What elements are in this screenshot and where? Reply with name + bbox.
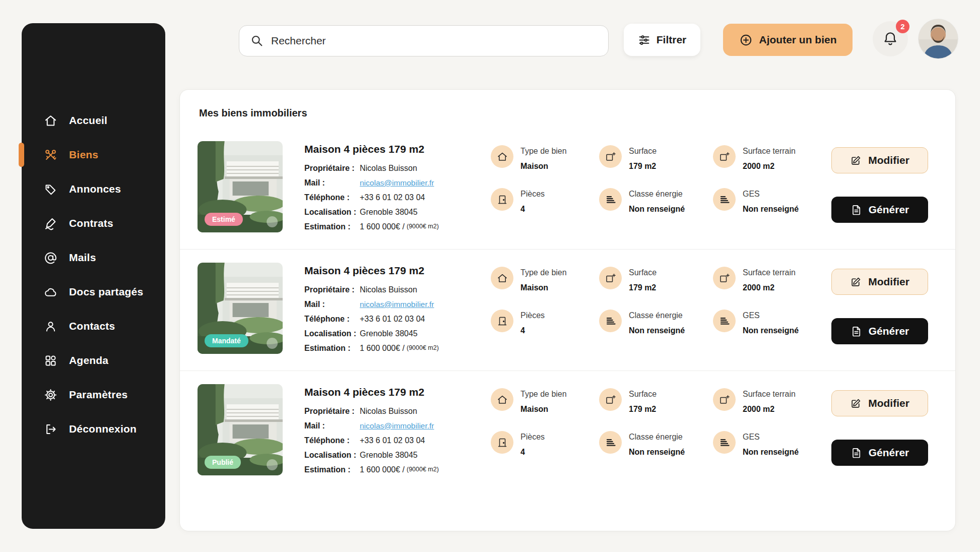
sidebar-item-deconnexion[interactable]: Déconnexion <box>22 412 165 446</box>
sidebar-item-label: Déconnexion <box>69 423 137 435</box>
property-thumbnail[interactable]: Publié <box>198 384 283 475</box>
attr-label: GES <box>743 311 799 320</box>
sidebar-item-contrats[interactable]: Contrats <box>22 206 165 240</box>
mail-label: Mail : <box>304 297 360 312</box>
attr-value: 4 <box>520 326 545 335</box>
attr-value: 179 m2 <box>629 283 657 292</box>
search-icon <box>250 34 264 47</box>
attr-label: GES <box>743 433 799 442</box>
mail-link[interactable]: nicolas@immobilier.fr <box>360 297 434 312</box>
attr-value: Maison <box>520 162 567 171</box>
bell-icon <box>882 31 898 47</box>
attr-label: Pièces <box>520 190 545 199</box>
estimation-value: 1 600 000€ / <box>360 341 405 355</box>
mail-link[interactable]: nicolas@immobilier.fr <box>360 418 434 433</box>
filter-button[interactable]: Filtrer <box>624 24 700 56</box>
house-icon <box>491 145 513 168</box>
sidebar-item-label: Mails <box>69 252 96 264</box>
estimation-value: 1 600 000€ / <box>360 462 405 477</box>
owner-field: Propriétaire : Nicolas Buisson <box>304 161 484 175</box>
sidebar-item-accueil[interactable]: Accueil <box>22 103 165 138</box>
sidebar-item-agenda[interactable]: Agenda <box>22 343 165 378</box>
sidebar-item-parametres[interactable]: Paramètres <box>22 378 165 412</box>
ges-icon <box>713 188 736 211</box>
edit-icon <box>850 398 862 409</box>
mail-link[interactable]: nicolas@immobilier.fr <box>360 175 434 190</box>
estimation-unit: (9000€ m2) <box>407 341 439 355</box>
home-icon <box>44 114 57 128</box>
attr-label: Surface <box>629 268 657 277</box>
attr-ges: GES Non renseigné <box>713 431 829 457</box>
property-thumbnail[interactable]: Mandaté <box>198 263 283 354</box>
estimation-field: Estimation : 1 600 000€ / (9000€ m2) <box>304 219 484 234</box>
attr-value: 2000 m2 <box>743 283 796 292</box>
surface-terrain-icon <box>713 267 736 289</box>
location-field: Localisation : Grenoble 38045 <box>304 326 484 341</box>
property-thumbnail[interactable]: Estimé <box>198 141 283 232</box>
attr-surface-terrain: Surface terrain 2000 m2 <box>713 267 829 292</box>
attr-label: Surface <box>629 147 657 156</box>
attr-value: 4 <box>520 205 545 214</box>
modify-button[interactable]: Modifier <box>831 147 928 173</box>
property-row: Publié Maison 4 pièces 179 m2 Propriétai… <box>180 371 955 492</box>
estimation-value: 1 600 000€ / <box>360 219 405 234</box>
location-label: Localisation : <box>304 448 360 462</box>
document-icon <box>851 326 862 337</box>
house-icon <box>491 267 513 289</box>
estimation-field: Estimation : 1 600 000€ / (9000€ m2) <box>304 341 484 355</box>
owner-field: Propriétaire : Nicolas Buisson <box>304 282 484 297</box>
plus-circle-icon <box>739 33 753 47</box>
location-value: Grenoble 38045 <box>360 448 418 462</box>
sidebar-item-docs-partages[interactable]: Docs partagés <box>22 275 165 309</box>
attr-label: Classe énergie <box>629 311 685 320</box>
document-icon <box>851 204 862 216</box>
keys-icon <box>44 148 57 162</box>
ges-icon <box>713 310 736 332</box>
property-attributes: Type de bien Maison Surface 179 m2 S <box>484 384 831 457</box>
phone-field: Téléphone : +33 6 01 02 03 04 <box>304 190 484 205</box>
search-input[interactable] <box>271 35 597 47</box>
sidebar-item-label: Accueil <box>69 114 107 127</box>
generate-label: Générer <box>869 204 909 216</box>
attr-label: Surface terrain <box>743 268 796 277</box>
logout-icon <box>44 422 57 436</box>
property-details: Maison 4 pièces 179 m2 Propriétaire : Ni… <box>304 141 484 234</box>
attr-value: 4 <box>520 448 545 457</box>
attr-value: Non renseigné <box>629 448 685 457</box>
sidebar-item-mails[interactable]: Mails <box>22 240 165 275</box>
modify-button[interactable]: Modifier <box>831 269 928 295</box>
attr-classe-energie: Classe énergie Non renseigné <box>599 310 713 335</box>
estimation-label: Estimation : <box>304 219 360 234</box>
person-icon <box>44 320 57 333</box>
phone-label: Téléphone : <box>304 190 360 205</box>
edit-icon <box>850 276 862 288</box>
property-row: Estimé Maison 4 pièces 179 m2 Propriétai… <box>180 128 955 249</box>
phone-value: +33 6 01 02 03 04 <box>360 190 425 205</box>
search-bar <box>239 25 609 56</box>
attr-value: Maison <box>520 283 567 292</box>
owner-field: Propriétaire : Nicolas Buisson <box>304 404 484 418</box>
generate-button[interactable]: Générer <box>831 318 928 344</box>
sidebar-item-contacts[interactable]: Contacts <box>22 309 165 343</box>
modify-label: Modifier <box>868 397 909 409</box>
sidebar-item-annonces[interactable]: Annonces <box>22 172 165 206</box>
mail-field: Mail : nicolas@immobilier.fr <box>304 175 484 190</box>
generate-button[interactable]: Générer <box>831 440 928 466</box>
owner-value: Nicolas Buisson <box>360 404 417 418</box>
property-attributes: Type de bien Maison Surface 179 m2 S <box>484 263 831 335</box>
modify-button[interactable]: Modifier <box>831 390 928 416</box>
notifications-button[interactable]: 2 <box>873 21 908 56</box>
property-details: Maison 4 pièces 179 m2 Propriétaire : Ni… <box>304 384 484 477</box>
attr-label: Pièces <box>520 433 545 442</box>
attr-surface-terrain: Surface terrain 2000 m2 <box>713 388 829 414</box>
avatar[interactable] <box>919 19 958 58</box>
surface-icon <box>599 388 622 411</box>
add-property-button[interactable]: Ajouter un bien <box>723 24 853 56</box>
add-property-label: Ajouter un bien <box>759 34 837 46</box>
generate-label: Générer <box>869 447 909 459</box>
attr-surface: Surface 179 m2 <box>599 267 713 292</box>
sidebar-item-biens[interactable]: Biens <box>22 138 165 172</box>
generate-button[interactable]: Générer <box>831 197 928 223</box>
attr-surface: Surface 179 m2 <box>599 388 713 414</box>
owner-value: Nicolas Buisson <box>360 282 417 297</box>
